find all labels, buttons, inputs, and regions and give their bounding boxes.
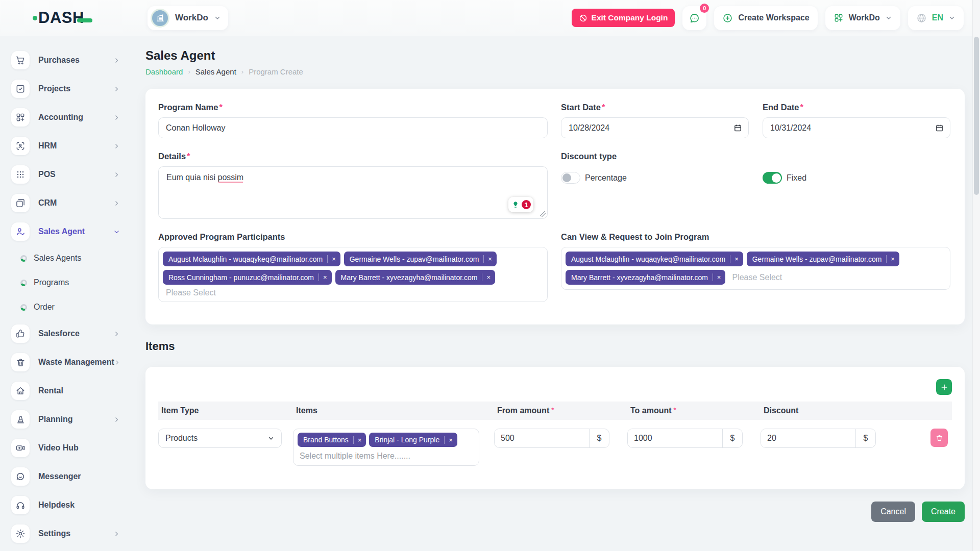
sidebar-subitem-programs[interactable]: Programs <box>0 270 130 295</box>
progress-ring-icon <box>20 280 27 286</box>
breadcrumb-dashboard-link[interactable]: Dashboard <box>145 67 183 76</box>
sidebar-item-sales-agent[interactable]: Sales Agent <box>0 217 130 246</box>
from-amount-input[interactable] <box>495 429 589 447</box>
trash-icon <box>936 434 943 442</box>
logo-dash-icon <box>77 18 92 22</box>
percentage-toggle[interactable] <box>561 172 580 184</box>
column-items: Items <box>293 406 494 415</box>
windows-icon <box>11 194 30 212</box>
remove-tag-icon[interactable]: × <box>488 255 497 263</box>
fixed-toggle-label: Fixed <box>787 173 806 183</box>
chevron-down-icon <box>214 14 221 21</box>
sidebar-item-settings[interactable]: Settings <box>0 519 130 548</box>
multiselect-placeholder: Please Select <box>163 288 216 297</box>
sidebar-item-messenger[interactable]: Messenger <box>0 462 130 491</box>
messages-button[interactable]: 0 <box>682 6 706 30</box>
participant-tag: Mary Barrett - xyvezagyha@mailinator.com… <box>566 270 725 285</box>
item-tag: Brinjal - Long Purple× <box>369 433 457 447</box>
details-textarea[interactable]: Eum quia nisi possim <box>158 166 548 219</box>
cancel-button[interactable]: Cancel <box>871 502 915 522</box>
sidebar-subitem-order[interactable]: Order <box>0 295 130 319</box>
resize-handle[interactable] <box>540 211 546 217</box>
sidebar-item-planning[interactable]: Planning <box>0 405 130 434</box>
remove-tag-icon[interactable]: × <box>891 255 899 263</box>
grammar-checker-widget[interactable]: 1 <box>508 197 533 212</box>
item-tag: Brand Buttons× <box>298 433 366 447</box>
sidebar-item-video-hub[interactable]: Video Hub <box>0 434 130 462</box>
program-name-input[interactable] <box>158 117 548 138</box>
breadcrumb-current: Program Create <box>249 67 303 76</box>
sidebar-item-salesforce[interactable]: Salesforce <box>0 319 130 348</box>
exit-company-login-button[interactable]: Exit Company Login <box>572 9 675 27</box>
breadcrumb-sales-agent[interactable]: Sales Agent <box>195 67 236 76</box>
logo-text: DASH <box>34 9 84 27</box>
discount-type-label: Discount type <box>561 152 950 161</box>
ban-icon <box>579 14 587 22</box>
add-item-row-button[interactable] <box>936 379 952 395</box>
sidebar-item-accounting[interactable]: Accounting <box>0 103 130 132</box>
create-workspace-label: Create Workspace <box>738 13 809 22</box>
cone-icon <box>11 410 30 429</box>
language-code: EN <box>932 13 943 22</box>
can-view-participants-multiselect[interactable]: August Mclaughlin - wuqaqykeq@mailinator… <box>561 247 950 290</box>
delete-row-button[interactable] <box>930 429 948 447</box>
discount-group: $ <box>761 429 876 448</box>
multiselect-placeholder: Please Select <box>729 273 782 282</box>
sidebar-item-rental[interactable]: Rental <box>0 377 130 405</box>
window-scrollbar[interactable] <box>972 0 980 551</box>
logo-dot-icon <box>33 16 37 20</box>
sidebar-item-crm[interactable]: CRM <box>0 189 130 217</box>
video-camera-icon <box>11 439 30 457</box>
remove-tag-icon[interactable]: × <box>486 273 495 281</box>
create-button[interactable]: Create <box>922 502 965 522</box>
participant-tag: August Mclaughlin - wuqaqykeq@mailinator… <box>566 252 743 266</box>
workspace-menu-label: WorkDo <box>849 13 880 22</box>
chevron-right-icon <box>113 531 120 537</box>
currency-addon: $ <box>855 429 875 447</box>
breadcrumb: Dashboard › Sales Agent › Program Create <box>145 67 965 76</box>
remove-tag-icon[interactable]: × <box>734 255 743 263</box>
remove-tag-icon[interactable]: × <box>323 273 332 281</box>
user-check-icon <box>11 222 30 241</box>
end-date-label: End Date <box>763 103 950 112</box>
chevron-right-icon <box>113 114 120 121</box>
workspace-selector[interactable]: WorkDo <box>148 6 228 30</box>
to-amount-input[interactable] <box>628 429 722 447</box>
grid-plus-icon <box>11 108 30 127</box>
create-workspace-button[interactable]: Create Workspace <box>714 6 817 30</box>
dash-logo[interactable]: DASH <box>34 9 92 27</box>
participant-tag: Germaine Wells - zupav@mailinator.com× <box>747 252 899 266</box>
sidebar-subitem-sales-agents[interactable]: Sales Agents <box>0 246 130 270</box>
remove-tag-icon[interactable]: × <box>332 255 340 263</box>
chat-bubble-icon <box>689 12 700 24</box>
item-type-select[interactable]: Products <box>158 429 282 448</box>
sidebar-item-projects[interactable]: Projects <box>0 74 130 103</box>
percentage-toggle-label: Percentage <box>585 173 627 183</box>
top-bar: DASH WorkDo Exit Company Login 0 Create … <box>0 0 980 36</box>
sidebar-item-purchases[interactable]: Purchases <box>0 46 130 74</box>
approved-participants-multiselect[interactable]: August Mclaughlin - wuqaqykeq@mailinator… <box>158 247 548 302</box>
scrollbar-thumb[interactable] <box>974 37 979 195</box>
language-selector[interactable]: EN <box>908 6 964 30</box>
remove-tag-icon[interactable]: × <box>358 436 366 444</box>
discount-input[interactable] <box>761 429 855 447</box>
sidebar-item-waste-management[interactable]: Waste Management <box>0 348 130 377</box>
remove-tag-icon[interactable]: × <box>449 436 457 444</box>
plus-icon <box>940 383 948 391</box>
sidebar-item-helpdesk[interactable]: Helpdesk <box>0 491 130 519</box>
sidebar-item-pos[interactable]: POS <box>0 160 130 189</box>
currency-addon: $ <box>722 429 742 447</box>
items-multiselect[interactable]: Brand Buttons× Brinjal - Long Purple× Se… <box>293 429 479 466</box>
workspace-menu-button[interactable]: WorkDo <box>825 6 900 30</box>
items-section-title: Items <box>145 340 965 353</box>
program-form-card: Program Name Start Date End Date Deta <box>145 89 965 324</box>
start-date-input[interactable] <box>561 117 749 138</box>
progress-ring-icon <box>20 255 27 262</box>
sidebar-item-hrm[interactable]: HRM <box>0 132 130 160</box>
gear-icon <box>11 524 30 543</box>
end-date-input[interactable] <box>763 117 950 138</box>
remove-tag-icon[interactable]: × <box>717 273 726 281</box>
building-icon <box>155 13 165 23</box>
details-label: Details <box>158 152 548 161</box>
fixed-toggle[interactable] <box>763 172 782 184</box>
